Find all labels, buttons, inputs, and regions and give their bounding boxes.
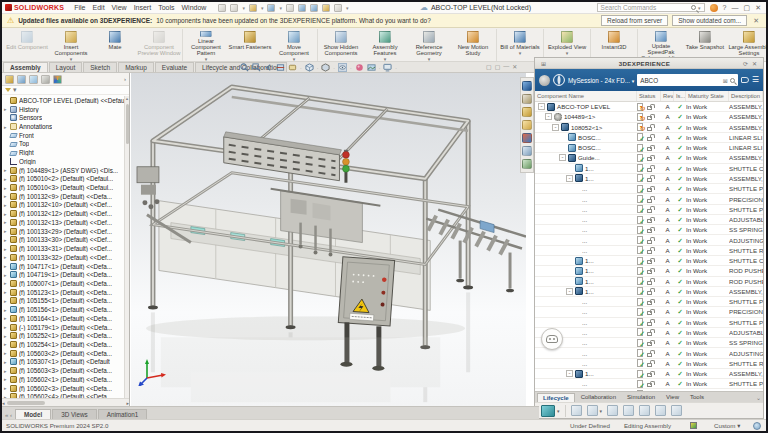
- menu-tools[interactable]: Tools: [158, 4, 174, 11]
- component-row[interactable]: ...A✓In WorkADJUSTING: [535, 235, 763, 245]
- close-icon[interactable]: ✕: [512, 63, 517, 70]
- tag-icon[interactable]: [741, 77, 749, 83]
- open-icon[interactable]: [249, 4, 257, 12]
- search-icon[interactable]: [691, 5, 696, 10]
- xp-search-input[interactable]: [640, 77, 721, 84]
- help-icon[interactable]: ?: [723, 4, 727, 11]
- tree-item[interactable]: ▸(f) 105602<1> (Default) <<Defa...: [2, 375, 124, 384]
- hide-show-items-icon[interactable]: [338, 63, 347, 72]
- minimize-icon[interactable]: —: [503, 63, 509, 70]
- component-row[interactable]: -104489<1>A✓In WorkASSEMBLY,: [535, 112, 763, 122]
- graphics-viewport[interactable]: [131, 73, 526, 406]
- widget-icon[interactable]: ⊞: [539, 60, 548, 67]
- display-manager-tab-icon[interactable]: [53, 75, 62, 84]
- caret-down-icon[interactable]: ▾: [519, 51, 522, 55]
- tree-item[interactable]: Front: [2, 131, 124, 140]
- redo-icon[interactable]: [310, 4, 318, 12]
- save-icon[interactable]: [267, 4, 275, 12]
- edit-appearance-icon[interactable]: [355, 63, 364, 72]
- column-header[interactable]: Description: [729, 91, 763, 101]
- tab-scroll-arrows[interactable]: « ‹: [4, 412, 15, 419]
- component-row[interactable]: ...A✓In WorkSHUTTLE RI: [535, 359, 763, 369]
- dimxpert-tab-icon[interactable]: [41, 75, 50, 84]
- column-header[interactable]: Rev: [661, 91, 674, 101]
- doc-tab-model[interactable]: Model: [15, 409, 51, 419]
- tree-item[interactable]: ABCO-TOP LEVEL (Default) <<Defau: [2, 96, 124, 105]
- view-orientation-icon[interactable]: [305, 63, 314, 72]
- ribbon-button[interactable]: Insert Components▾: [49, 29, 93, 61]
- print-icon[interactable]: [286, 4, 294, 12]
- tree-item[interactable]: ▸(f) 100132<13> (Default) <<Def...: [2, 218, 124, 227]
- tree-item[interactable]: ▸(f) 100132<12> (Default) <<Def...: [2, 209, 124, 218]
- caret-down-icon[interactable]: ▾: [566, 51, 569, 55]
- tab-layout[interactable]: Layout: [49, 62, 83, 72]
- search-commands-box[interactable]: Search Commands ▾: [597, 3, 705, 12]
- component-row[interactable]: ...A✓In WorkSS SPRING: [535, 225, 763, 235]
- component-row[interactable]: ...A✓In WorkADJUSTING: [535, 348, 763, 358]
- caret-down-icon[interactable]: ▾: [557, 408, 560, 414]
- tree-item[interactable]: ▸(f) 105010<3> (Default) <Defaul...: [2, 183, 124, 192]
- file-explorer-icon[interactable]: [522, 120, 532, 130]
- xp-user-avatar[interactable]: [539, 75, 550, 86]
- tree-item[interactable]: ▸(f) 100133<30> (Default) <<Def...: [2, 236, 124, 245]
- component-row[interactable]: -Guide...A✓In WorkASSEMBLY,: [535, 153, 763, 163]
- component-row[interactable]: 1...A✓In WorkROD PUSHE: [535, 266, 763, 276]
- panel-flyout-icon[interactable]: ›: [124, 76, 126, 82]
- component-row[interactable]: ...A✓In WorkSS SPRING: [535, 338, 763, 348]
- tree-item[interactable]: Top: [2, 140, 124, 149]
- appearances-icon[interactable]: [522, 133, 532, 143]
- menu-edit[interactable]: Edit: [93, 4, 105, 11]
- xp-tab-lifecycle[interactable]: Lifecycle: [537, 393, 575, 402]
- show-outdated-button[interactable]: Show outdated com...: [672, 15, 747, 26]
- caret-down-icon[interactable]: ▾: [205, 57, 208, 61]
- ribbon-button[interactable]: Smart Fasteners: [228, 29, 272, 61]
- component-row[interactable]: ...A✓In WorkSHUTTLE PI: [535, 318, 763, 328]
- component-row[interactable]: -1...A✓In WorkASSEMBLY,: [535, 369, 763, 379]
- machine-3d-model[interactable]: [131, 73, 526, 406]
- 3dexperience-compass-icon[interactable]: [553, 74, 565, 86]
- tree-item[interactable]: ▸(f) 105307<1> (Default) <Default: [2, 358, 124, 367]
- hamburger-menu-icon[interactable]: ☰: [752, 76, 759, 84]
- component-row[interactable]: ...A✓In WorkPRECISION: [535, 307, 763, 317]
- component-row[interactable]: ...A✓In WorkSHUTTLE PI: [535, 205, 763, 215]
- tree-item[interactable]: Right: [2, 148, 124, 157]
- tree-item[interactable]: ▸(f) 105252<1> (Default) <<Defa...: [2, 331, 124, 340]
- component-row[interactable]: ...A✓In WorkSHUTTLE PI: [535, 184, 763, 194]
- tree-item[interactable]: ▸(f) 100132<9> (Default) <<Defa...: [2, 192, 124, 201]
- tree-item[interactable]: ▸(f) 105603<3> (Default) <<Defa...: [2, 366, 124, 375]
- home-icon[interactable]: [218, 4, 226, 12]
- new-document-icon[interactable]: [230, 4, 238, 12]
- minimize-icon[interactable]: —: [732, 4, 739, 11]
- xp-tab-simulation[interactable]: Simulation: [622, 393, 660, 401]
- ribbon-button[interactable]: New Motion Study: [451, 29, 495, 61]
- filter-caret-icon[interactable]: ▾: [13, 86, 17, 94]
- tree-horizontal-scrollbar[interactable]: ◂▸: [2, 398, 129, 406]
- tree-item[interactable]: ▸(f) 105156<1> (Default) <<Defa...: [2, 305, 124, 314]
- xp-tab-collaboration[interactable]: Collaboration: [576, 393, 621, 401]
- restore-icon[interactable]: ▢: [744, 4, 751, 11]
- component-row[interactable]: ...A✓In WorkSHUTTLE RI: [535, 246, 763, 256]
- clear-search-icon[interactable]: ⊠: [723, 77, 728, 84]
- component-row[interactable]: ...A✓In WorkSHUTTLE PI: [535, 379, 763, 389]
- tree-item[interactable]: Sensors: [2, 113, 124, 122]
- refresh-icon[interactable]: ⟳: [741, 60, 750, 67]
- tree-item[interactable]: ▸(f) 104719<1> (Default) <<Defa...: [2, 270, 124, 279]
- tree-item[interactable]: ▸(f) 100133<31> (Default) <<Def...: [2, 244, 124, 253]
- doc-tab-3d-views[interactable]: 3D Views: [52, 409, 96, 419]
- collapse-icon[interactable]: -: [566, 370, 573, 377]
- caret-down-icon[interactable]: ▾: [428, 57, 431, 61]
- feature-tree-tab-icon[interactable]: [5, 75, 14, 84]
- column-header[interactable]: Is...: [674, 91, 686, 101]
- view-settings-icon[interactable]: [383, 63, 392, 72]
- tree-item[interactable]: ▸(f) 104489<1> (ASSY DWG) <Dis...: [2, 166, 124, 175]
- solidworks-resources-icon[interactable]: [522, 94, 532, 104]
- tree-vertical-scrollbar[interactable]: ▲: [124, 96, 129, 398]
- rebuild-icon[interactable]: [322, 4, 330, 12]
- ribbon-button[interactable]: Linear Component Pattern▾: [184, 29, 228, 61]
- xp-search-box[interactable]: ⊠: [637, 74, 738, 86]
- tree-item[interactable]: ▸(f) 105007<1> (Default) <<Defa...: [2, 279, 124, 288]
- menu-window[interactable]: Window: [181, 4, 206, 11]
- design-library-icon[interactable]: [522, 107, 532, 117]
- save-to-platform-icon[interactable]: [571, 405, 582, 416]
- collapse-icon[interactable]: -: [545, 113, 552, 120]
